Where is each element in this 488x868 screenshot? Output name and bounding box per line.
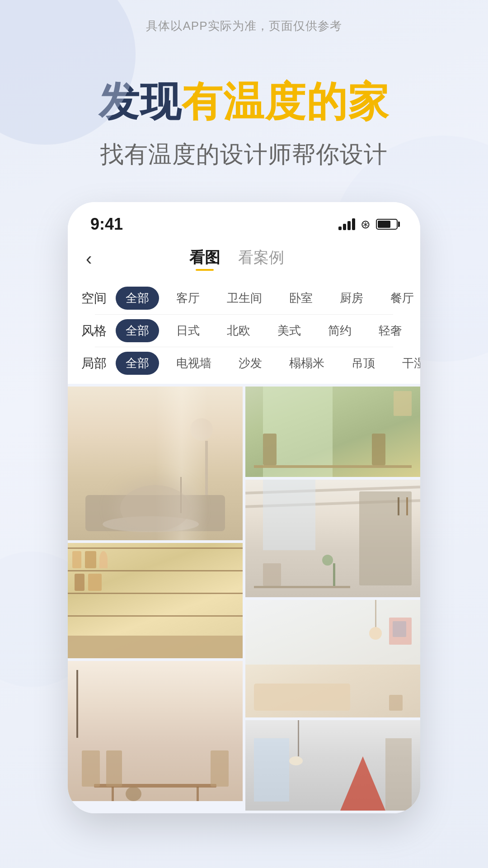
filter-tag-space-all[interactable]: 全部 <box>116 287 159 310</box>
filter-tag-minimalist[interactable]: 简约 <box>318 319 361 342</box>
hero-subtitle: 找有温度的设计师帮你设计 <box>99 139 389 170</box>
filter-tag-ceiling[interactable]: 吊顶 <box>342 352 385 375</box>
filter-tags-style: 全部 日式 北欧 美式 简约 轻奢 <box>116 319 412 342</box>
hero-section: 发现有温度的家 找有温度的设计师帮你设计 <box>99 52 389 170</box>
disclaimer-text: 具体以APP实际为准，页面仅供参考 <box>146 18 342 34</box>
status-icons: ⊛ <box>338 217 398 231</box>
filter-label-style: 风格 <box>81 322 108 340</box>
phone-mockup: 9:41 ⊛ ‹ 看图 看案例 空间 全部 <box>68 202 420 813</box>
image-col-right <box>245 387 420 811</box>
filter-tags-partial: 全部 电视墙 沙发 榻榻米 吊顶 干湿 <box>116 352 420 375</box>
hero-title-part1: 发现 <box>99 79 182 124</box>
filter-row-space: 空间 全部 客厅 卫生间 卧室 厨房 餐厅 <box>81 282 407 314</box>
filter-tag-bathroom[interactable]: 卫生间 <box>217 287 272 310</box>
nav-tabs: 看图 看案例 <box>99 247 375 271</box>
wifi-icon: ⊛ <box>361 217 371 231</box>
filter-tag-bedroom[interactable]: 卧室 <box>279 287 323 310</box>
image-grid <box>68 384 420 813</box>
filter-tag-kitchen[interactable]: 厨房 <box>330 287 373 310</box>
filter-tag-american[interactable]: 美式 <box>267 319 311 342</box>
filter-tag-dining[interactable]: 餐厅 <box>380 287 420 310</box>
hero-title-highlight: 有温度的家 <box>182 79 389 124</box>
list-item[interactable] <box>245 387 420 477</box>
hero-title: 发现有温度的家 <box>99 75 389 130</box>
status-bar: 9:41 ⊛ <box>68 202 420 238</box>
filter-tag-partial-all[interactable]: 全部 <box>116 352 159 375</box>
filter-label-space: 空间 <box>81 290 108 307</box>
filter-section: 空间 全部 客厅 卫生间 卧室 厨房 餐厅 风格 全部 日式 北欧 美式 简约 … <box>68 278 420 384</box>
filter-row-style: 风格 全部 日式 北欧 美式 简约 轻奢 <box>81 315 407 347</box>
filter-row-partial: 局部 全部 电视墙 沙发 榻榻米 吊顶 干湿 <box>81 347 407 379</box>
filter-tag-tv-wall[interactable]: 电视墙 <box>166 352 221 375</box>
list-item[interactable] <box>245 480 420 597</box>
filter-tag-japanese[interactable]: 日式 <box>166 319 210 342</box>
filter-tag-living-room[interactable]: 客厅 <box>166 287 210 310</box>
image-col-left <box>68 387 243 811</box>
battery-icon <box>376 219 398 230</box>
tab-view-images[interactable]: 看图 <box>189 247 220 271</box>
filter-tag-luxury-light[interactable]: 轻奢 <box>369 319 412 342</box>
filter-tag-tatami[interactable]: 榻榻米 <box>279 352 334 375</box>
list-item[interactable] <box>245 600 420 717</box>
signal-icon <box>338 218 355 230</box>
status-time: 9:41 <box>90 215 123 234</box>
list-item[interactable] <box>245 720 420 811</box>
filter-tag-style-all[interactable]: 全部 <box>116 319 159 342</box>
list-item[interactable] <box>68 543 243 658</box>
filter-tag-sofa[interactable]: 沙发 <box>229 352 272 375</box>
back-button[interactable]: ‹ <box>86 246 99 271</box>
list-item[interactable] <box>68 387 243 540</box>
nav-bar: ‹ 看图 看案例 <box>68 238 420 278</box>
filter-label-partial: 局部 <box>81 355 108 372</box>
filter-tags-space: 全部 客厅 卫生间 卧室 厨房 餐厅 <box>116 287 420 310</box>
tab-view-cases[interactable]: 看案例 <box>238 247 284 271</box>
list-item[interactable] <box>68 661 243 801</box>
filter-tag-nordic[interactable]: 北欧 <box>217 319 260 342</box>
filter-tag-dry-wet[interactable]: 干湿 <box>392 352 420 375</box>
